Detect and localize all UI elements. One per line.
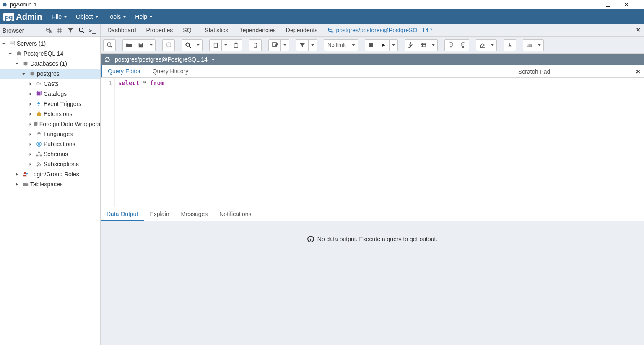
tab-statistics[interactable]: Statistics bbox=[200, 24, 233, 36]
download-button[interactable] bbox=[504, 39, 516, 51]
tree-databases[interactable]: Databases (1) bbox=[0, 59, 100, 69]
expand-icon[interactable] bbox=[29, 82, 35, 86]
tab-messages[interactable]: Messages bbox=[175, 207, 213, 221]
minimize-button[interactable] bbox=[587, 2, 605, 7]
expand-icon[interactable] bbox=[29, 132, 35, 136]
folder-icon bbox=[22, 181, 29, 187]
expand-icon[interactable] bbox=[29, 102, 35, 106]
tree-catalogs[interactable]: Catalogs bbox=[0, 89, 100, 99]
info-icon: i bbox=[307, 236, 314, 242]
tree-login-roles[interactable]: Login/Group Roles bbox=[0, 169, 100, 179]
tree-event-triggers[interactable]: Event Triggers bbox=[0, 99, 100, 109]
svg-rect-39 bbox=[369, 43, 373, 47]
close-button[interactable] bbox=[624, 2, 642, 7]
svg-rect-25 bbox=[38, 152, 40, 153]
scratch-close-button[interactable]: ✕ bbox=[636, 68, 641, 75]
delete-button[interactable] bbox=[249, 39, 262, 51]
search-icon[interactable] bbox=[76, 26, 87, 36]
menu-tools[interactable]: Tools bbox=[103, 9, 131, 24]
expand-icon[interactable] bbox=[29, 162, 35, 166]
tree-servers[interactable]: Servers (1) bbox=[0, 39, 100, 49]
refresh-icon[interactable] bbox=[104, 56, 111, 63]
tree-languages[interactable]: Languages bbox=[0, 129, 100, 139]
grid-icon[interactable] bbox=[54, 26, 65, 36]
expand-icon[interactable] bbox=[15, 183, 22, 186]
edit-grid-dropdown[interactable] bbox=[280, 39, 289, 51]
new-query-button[interactable] bbox=[103, 39, 116, 51]
save-dropdown[interactable] bbox=[147, 39, 156, 51]
db-props-icon[interactable] bbox=[43, 26, 54, 36]
explain-analyze-button[interactable] bbox=[417, 39, 429, 51]
clear-button[interactable] bbox=[476, 39, 488, 51]
object-browser[interactable]: Servers (1) PostgreSQL 14 Databases (1) … bbox=[0, 37, 101, 345]
expand-icon[interactable] bbox=[15, 172, 22, 176]
tree-schemas[interactable]: Schemas bbox=[0, 149, 100, 159]
sql-editor[interactable]: 1 select * from bbox=[101, 78, 514, 207]
filter-icon[interactable] bbox=[65, 26, 76, 36]
tab-query-tool[interactable]: postgres/postgres@PostgreSQL 14 * bbox=[322, 24, 437, 36]
tree-tablespaces[interactable]: Tablespaces bbox=[0, 179, 100, 189]
tab-query-history[interactable]: Query History bbox=[147, 65, 195, 77]
connection-bar[interactable]: postgres/postgres@PostgreSQL 14 bbox=[101, 54, 644, 65]
tab-query-editor[interactable]: Query Editor bbox=[101, 65, 147, 77]
macros-button[interactable] bbox=[523, 39, 535, 51]
tree-casts[interactable]: Casts bbox=[0, 79, 100, 89]
explain-button[interactable] bbox=[405, 39, 417, 51]
expand-icon[interactable] bbox=[29, 112, 35, 116]
paste-button[interactable] bbox=[230, 39, 242, 51]
edit-button[interactable] bbox=[162, 39, 175, 51]
explain-dropdown[interactable] bbox=[429, 39, 438, 51]
filter-dropdown[interactable] bbox=[308, 39, 317, 51]
edit-grid-button[interactable] bbox=[268, 39, 281, 51]
maximize-button[interactable] bbox=[605, 2, 624, 7]
commit-button[interactable] bbox=[444, 39, 457, 51]
tab-explain[interactable]: Explain bbox=[144, 207, 175, 221]
stop-button[interactable] bbox=[365, 39, 377, 51]
tab-notifications[interactable]: Notifications bbox=[213, 207, 257, 221]
tab-dependencies[interactable]: Dependencies bbox=[233, 24, 281, 36]
find-dropdown[interactable] bbox=[194, 39, 203, 51]
copy-button[interactable] bbox=[209, 39, 222, 51]
rollback-button[interactable] bbox=[457, 39, 469, 51]
menu-file[interactable]: File bbox=[48, 9, 72, 24]
expand-icon[interactable] bbox=[29, 122, 33, 126]
execute-dropdown[interactable] bbox=[389, 39, 398, 51]
expand-icon[interactable] bbox=[29, 152, 35, 156]
open-file-button[interactable] bbox=[122, 39, 135, 51]
menu-help[interactable]: Help bbox=[131, 9, 157, 24]
scratch-pad-body[interactable] bbox=[514, 78, 644, 207]
collapse-icon[interactable] bbox=[22, 72, 29, 76]
expand-icon[interactable] bbox=[29, 92, 35, 96]
svg-point-45 bbox=[461, 43, 465, 44]
tab-dashboard[interactable]: Dashboard bbox=[102, 24, 141, 36]
execute-button[interactable] bbox=[377, 39, 390, 51]
save-button[interactable] bbox=[135, 39, 147, 51]
collapse-icon[interactable] bbox=[15, 62, 22, 66]
tree-publications[interactable]: Publications bbox=[0, 139, 100, 149]
browser-toolbar: Browser >_ bbox=[0, 24, 101, 36]
tree-subscriptions[interactable]: Subscriptions bbox=[0, 159, 100, 169]
macros-dropdown[interactable] bbox=[535, 39, 544, 51]
tab-data-output[interactable]: Data Output bbox=[101, 207, 144, 221]
filter-button[interactable] bbox=[296, 39, 309, 51]
tab-properties[interactable]: Properties bbox=[141, 24, 178, 36]
tree-fdw[interactable]: Foreign Data Wrappers bbox=[0, 119, 100, 129]
expand-icon[interactable] bbox=[29, 142, 35, 146]
subscriptions-icon bbox=[35, 161, 43, 167]
row-limit-select[interactable]: No limit bbox=[324, 39, 358, 51]
terminal-icon[interactable]: >_ bbox=[87, 26, 98, 36]
menu-object[interactable]: Object bbox=[72, 9, 103, 24]
tab-dependents[interactable]: Dependents bbox=[281, 24, 323, 36]
tree-server[interactable]: PostgreSQL 14 bbox=[0, 49, 100, 59]
collapse-icon[interactable] bbox=[8, 52, 15, 56]
tree-database-postgres[interactable]: postgres bbox=[0, 69, 100, 79]
collapse-icon[interactable] bbox=[2, 42, 8, 46]
tab-sql[interactable]: SQL bbox=[178, 24, 200, 36]
clear-dropdown[interactable] bbox=[488, 39, 497, 51]
tree-extensions[interactable]: Extensions bbox=[0, 109, 100, 119]
tab-close-button[interactable]: ✕ bbox=[636, 27, 641, 33]
copy-dropdown[interactable] bbox=[221, 39, 230, 51]
sql-code[interactable]: select * from bbox=[115, 78, 514, 207]
chevron-down-icon[interactable] bbox=[211, 57, 216, 62]
find-button[interactable] bbox=[182, 39, 194, 51]
